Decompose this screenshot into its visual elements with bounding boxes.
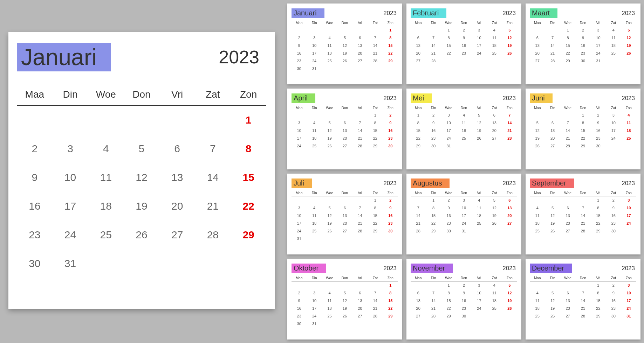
calendar-day-cell: 25: [307, 227, 322, 235]
calendar-week-row: 3031: [292, 65, 398, 72]
calendar-day-cell: 22: [441, 304, 456, 312]
calendar-day-cell: 5: [502, 281, 517, 289]
calendar-day-cell: 19: [322, 219, 337, 227]
calendar-day-cell: [352, 26, 368, 34]
calendar-day-cell: 31: [591, 57, 606, 65]
calendar-day-cell: [368, 320, 383, 328]
mini-calendar-header: Oktober2023: [292, 264, 398, 273]
calendar-day-cell: 16: [292, 49, 307, 57]
calendar-day-cell: 7: [352, 204, 368, 212]
calendar-day-cell: [352, 320, 368, 328]
calendar-day-cell: 19: [322, 134, 337, 142]
weekday-header: Maa: [411, 190, 426, 196]
calendar-day-cell: 7: [545, 34, 560, 42]
calendar-day-cell: 9: [292, 297, 307, 304]
calendar-week-row: 14151617181920: [411, 212, 517, 219]
weekday-header: Vri: [352, 20, 368, 26]
calendar-day-cell: 2: [575, 26, 590, 34]
calendar-day-cell: 3: [606, 111, 621, 119]
calendar-day-cell: 15: [560, 42, 575, 49]
weekday-header: Din: [545, 20, 560, 26]
calendar-day-cell: [307, 235, 322, 243]
calendar-day-cell: 4: [487, 281, 502, 289]
calendar-day-cell: 17: [53, 192, 88, 220]
calendar-week-row: 2627282930: [530, 142, 636, 150]
calendar-day-cell: 11: [621, 119, 636, 127]
calendar-week-row: 2345678: [292, 34, 398, 42]
calendar-day-cell: 26: [621, 49, 636, 57]
calendar-day-cell: 24: [307, 57, 322, 65]
calendar-day-cell: 29: [575, 142, 590, 150]
mini-calendar-card: September2023MaaDinWoeDonVriZatZon123456…: [526, 174, 640, 254]
calendar-day-cell: 12: [487, 204, 502, 212]
calendar-day-cell: 6: [545, 119, 560, 127]
calendar-day-cell: 10: [307, 42, 322, 49]
calendar-day-cell: 27: [530, 57, 545, 65]
weekday-header: Woe: [441, 105, 456, 111]
calendar-day-cell: 24: [456, 219, 471, 227]
weekday-header: Vri: [591, 190, 606, 196]
calendar-day-cell: 24: [53, 220, 88, 249]
mini-calendar-card: April2023MaaDinWoeDonVriZatZon1234567891…: [287, 89, 402, 169]
mini-calendar-card: Juli2023MaaDinWoeDonVriZatZon12345678910…: [287, 174, 402, 254]
calendar-day-cell: 17: [621, 297, 636, 304]
calendar-day-cell: 25: [487, 49, 502, 57]
main-weekday-row: MaaDinWoeDonVriZatZon: [17, 84, 266, 105]
calendar-day-cell: 23: [441, 219, 456, 227]
calendar-day-cell: 21: [575, 219, 590, 227]
weekday-header: Don: [337, 20, 352, 26]
calendar-day-cell: [337, 111, 352, 119]
calendar-day-cell: 1: [426, 196, 441, 204]
calendar-day-cell: 3: [472, 281, 487, 289]
calendar-day-cell: 2: [383, 196, 398, 204]
calendar-day-cell: 27: [560, 312, 575, 320]
calendar-day-cell: [411, 281, 426, 289]
calendar-day-cell: 9: [426, 119, 441, 127]
weekday-header: Maa: [292, 190, 307, 196]
calendar-day-cell: 2: [17, 134, 53, 163]
weekday-header: Vri: [352, 190, 368, 196]
calendar-day-cell: 27: [545, 142, 560, 150]
calendar-day-cell: 30: [383, 227, 398, 235]
calendar-day-cell: [88, 249, 124, 278]
calendar-day-cell: 12: [545, 212, 560, 219]
calendar-day-cell: [383, 235, 398, 243]
mini-year-label: 2023: [622, 180, 636, 187]
calendar-day-cell: 7: [195, 134, 231, 163]
calendar-day-cell: 15: [591, 297, 606, 304]
mini-year-label: 2023: [383, 95, 398, 102]
calendar-day-cell: 9: [17, 163, 53, 192]
calendar-week-row: 1: [17, 105, 266, 134]
calendar-day-cell: 29: [426, 227, 441, 235]
calendar-day-cell: 6: [502, 196, 517, 204]
calendar-day-cell: [337, 65, 352, 72]
mini-month-label: Juni: [530, 93, 553, 103]
calendar-day-cell: 4: [322, 34, 337, 42]
calendar-day-cell: 29: [411, 142, 426, 150]
calendar-day-cell: 21: [502, 127, 517, 134]
calendar-day-cell: 1: [441, 26, 456, 34]
calendar-day-cell: 27: [337, 142, 352, 150]
weekday-header: Vri: [472, 190, 487, 196]
mini-calendar-header: December2023: [530, 264, 636, 273]
calendar-week-row: 12: [292, 196, 398, 204]
calendar-day-cell: 27: [411, 312, 426, 320]
calendar-day-cell: 28: [575, 312, 590, 320]
calendar-day-cell: [352, 281, 368, 289]
weekday-header: Vri: [159, 84, 195, 105]
calendar-day-cell: [337, 26, 352, 34]
calendar-day-cell: 31: [456, 227, 471, 235]
calendar-day-cell: 15: [411, 127, 426, 134]
calendar-day-cell: 19: [530, 134, 545, 142]
calendar-day-cell: 15: [441, 42, 456, 49]
main-month-label: Januari: [17, 43, 111, 71]
calendar-day-cell: [575, 281, 590, 289]
calendar-day-cell: 5: [124, 134, 159, 163]
calendar-day-cell: [502, 142, 517, 150]
calendar-day-cell: [322, 281, 337, 289]
calendar-day-cell: 12: [530, 127, 545, 134]
calendar-day-cell: 11: [487, 34, 502, 42]
calendar-day-cell: 8: [368, 204, 383, 212]
calendar-day-cell: 26: [545, 312, 560, 320]
calendar-day-cell: 8: [383, 289, 398, 297]
